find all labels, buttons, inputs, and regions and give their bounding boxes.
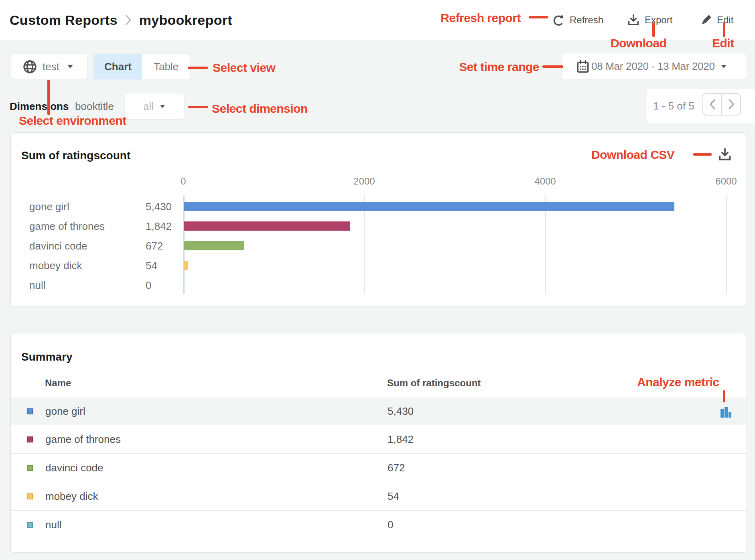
annotation-line-set-time-range bbox=[542, 65, 563, 68]
chart-value-label: 1,842 bbox=[146, 219, 172, 233]
top-header: Custom Reports mybookreport Refresh Expo… bbox=[0, 0, 755, 40]
chart-bar[interactable] bbox=[184, 241, 244, 250]
annotation-line-edit bbox=[723, 22, 725, 37]
view-toggle: Chart Table bbox=[93, 53, 191, 80]
table-row[interactable]: null0 bbox=[11, 511, 747, 539]
dimension-filter-value: all bbox=[143, 101, 153, 112]
x-axis-tick: 6000 bbox=[708, 176, 744, 187]
tab-table[interactable]: Table bbox=[142, 54, 190, 79]
chart-category-label: null bbox=[29, 278, 45, 292]
gridline bbox=[726, 196, 727, 294]
date-range-picker[interactable]: 08 Mar 2020 - 13 Mar 2020 bbox=[561, 53, 747, 80]
annotation-select-view: Select view bbox=[213, 61, 275, 75]
dimension-name: booktitle bbox=[75, 100, 114, 113]
tab-chart[interactable]: Chart bbox=[94, 54, 142, 79]
custom-report-page: Custom Reports mybookreport Refresh Expo… bbox=[0, 0, 755, 560]
next-page-button[interactable] bbox=[722, 94, 740, 115]
row-name: game of thrones bbox=[45, 433, 121, 446]
chart-bar[interactable] bbox=[184, 221, 350, 231]
annotation-line-download bbox=[652, 22, 655, 37]
annotation-download: Download bbox=[611, 37, 666, 50]
series-color-swatch bbox=[27, 465, 33, 471]
row-value: 0 bbox=[388, 519, 393, 531]
refresh-button[interactable]: Refresh bbox=[552, 0, 603, 40]
calendar-icon bbox=[576, 60, 590, 73]
summary-title: Summary bbox=[21, 351, 73, 363]
refresh-label: Refresh bbox=[570, 14, 603, 26]
row-value: 54 bbox=[388, 490, 399, 503]
annotation-edit: Edit bbox=[712, 37, 734, 50]
refresh-icon bbox=[552, 14, 565, 27]
row-name: davinci code bbox=[45, 462, 104, 474]
x-axis-tick: 0 bbox=[165, 176, 201, 187]
annotation-line-analyze-metric bbox=[723, 390, 725, 402]
breadcrumb-root[interactable]: Custom Reports bbox=[10, 12, 118, 28]
row-name: null bbox=[45, 519, 61, 531]
annotation-analyze-metric: Analyze metric bbox=[637, 375, 719, 389]
dimension-filter-dropdown[interactable]: all bbox=[124, 93, 185, 120]
series-color-swatch bbox=[27, 408, 33, 414]
table-row[interactable]: mobey dick54 bbox=[11, 482, 747, 511]
row-value: 5,430 bbox=[388, 405, 414, 418]
breadcrumb-chevron-icon bbox=[126, 14, 131, 26]
table-row[interactable]: game of thrones1,842 bbox=[11, 425, 747, 454]
download-csv-icon[interactable] bbox=[717, 147, 733, 162]
prev-page-button[interactable] bbox=[703, 94, 722, 115]
annotation-line-refresh bbox=[529, 16, 548, 18]
annotation-refresh-report: Refresh report bbox=[440, 11, 521, 25]
summary-header-divider bbox=[11, 397, 747, 397]
chart-category-label: davinci code bbox=[29, 239, 87, 253]
chart-bar[interactable] bbox=[184, 261, 188, 270]
table-row[interactable]: gone girl5,430 bbox=[11, 398, 747, 425]
x-axis-tick: 2000 bbox=[346, 176, 382, 187]
pagination-buttons bbox=[702, 93, 741, 116]
row-value: 1,842 bbox=[388, 433, 414, 446]
download-icon bbox=[627, 13, 640, 27]
chart-value-label: 672 bbox=[146, 239, 163, 253]
breadcrumb-current: mybookreport bbox=[139, 12, 232, 28]
summary-col-name: Name bbox=[45, 377, 71, 389]
chart-category-label: game of thrones bbox=[29, 219, 105, 233]
chart-value-label: 54 bbox=[146, 259, 157, 272]
chart-value-label: 0 bbox=[146, 278, 151, 292]
environment-value: test bbox=[43, 61, 59, 73]
dimensions-label: Dimensions bbox=[10, 100, 69, 113]
chart-category-label: gone girl bbox=[29, 200, 69, 213]
annotation-select-dimension: Select dimension bbox=[212, 102, 308, 116]
annotation-line-select-dimension bbox=[188, 106, 208, 108]
chevron-left-icon bbox=[709, 99, 716, 110]
table-row[interactable]: davinci code672 bbox=[11, 454, 747, 482]
row-name: gone girl bbox=[45, 405, 85, 418]
dimension-filter-caret-icon bbox=[160, 105, 165, 108]
environment-caret-icon bbox=[67, 65, 73, 69]
export-button[interactable]: Export bbox=[627, 0, 672, 40]
breadcrumb: Custom Reports mybookreport bbox=[10, 0, 232, 40]
annotation-select-environment: Select environment bbox=[19, 114, 126, 128]
row-name: mobey dick bbox=[45, 490, 98, 503]
chart-category-label: mobey dick bbox=[29, 259, 82, 272]
row-value: 672 bbox=[388, 462, 405, 474]
annotation-line-select-environment bbox=[47, 80, 50, 115]
pagination-range: 1 - 5 of 5 bbox=[653, 100, 694, 112]
series-color-swatch bbox=[27, 436, 33, 442]
x-axis-tick: 4000 bbox=[527, 176, 563, 187]
series-color-swatch bbox=[27, 493, 33, 499]
annotation-line-download-csv bbox=[693, 153, 712, 156]
export-label: Export bbox=[645, 14, 672, 26]
environment-dropdown[interactable]: test bbox=[11, 53, 87, 80]
date-range-caret-icon bbox=[721, 65, 726, 68]
summary-col-value: Sum of ratingscount bbox=[387, 377, 481, 389]
edit-button[interactable]: Edit bbox=[700, 0, 733, 40]
chart-title: Sum of ratingscount bbox=[21, 149, 130, 162]
date-range-value: 08 Mar 2020 - 13 Mar 2020 bbox=[591, 60, 715, 73]
chevron-right-icon bbox=[728, 99, 735, 110]
chart-value-label: 5,430 bbox=[146, 200, 172, 213]
pagination: 1 - 5 of 5 bbox=[647, 89, 755, 124]
globe-icon bbox=[22, 59, 37, 74]
annotation-download-csv: Download CSV bbox=[591, 148, 674, 162]
analyze-metric-icon[interactable] bbox=[720, 406, 732, 418]
edit-pencil-icon bbox=[700, 14, 712, 26]
chart-bar[interactable] bbox=[184, 202, 674, 211]
series-color-swatch bbox=[27, 522, 33, 528]
annotation-line-select-view bbox=[188, 67, 208, 69]
